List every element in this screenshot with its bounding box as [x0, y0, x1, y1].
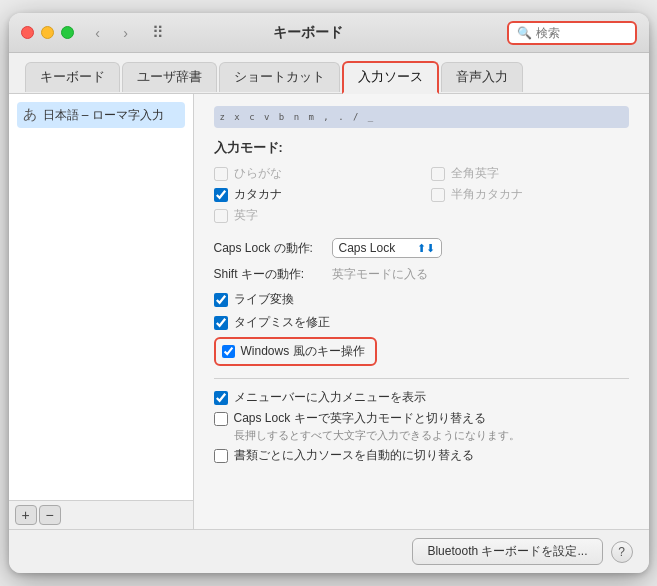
windows-keys-label: Windows 風のキー操作: [241, 343, 365, 360]
auto-switch-row[interactable]: 書類ごとに入力ソースを自動的に切り替える: [214, 447, 629, 464]
caps-lock-arrow-icon: ⬆⬇: [417, 242, 435, 255]
typo-correction-checkbox[interactable]: [214, 316, 228, 330]
caps-lock-label: Caps Lock の動作:: [214, 240, 324, 257]
katakana-label: カタカナ: [234, 186, 282, 203]
mode-half-katakana[interactable]: 半角カタカナ: [431, 186, 629, 203]
alpha-checkbox[interactable]: [214, 209, 228, 223]
tab-shortcuts[interactable]: ショートカット: [219, 62, 340, 92]
caps-lock-row: Caps Lock の動作: Caps Lock ⬆⬇: [214, 238, 629, 258]
help-button[interactable]: ?: [611, 541, 633, 563]
show-input-menu-label: メニューバーに入力メニューを表示: [234, 389, 426, 406]
caps-lock-select[interactable]: Caps Lock ⬆⬇: [332, 238, 442, 258]
typo-correction-label: タイプミスを修正: [234, 314, 330, 331]
toggle-options: ライブ変換 タイプミスを修正 Windows 風のキー操作: [214, 291, 629, 366]
bottom-checkboxes: メニューバーに入力メニューを表示 Caps Lock キーで英字入力モードと切り…: [214, 378, 629, 464]
sidebar-item-label: 日本語 – ローマ字入力: [43, 107, 164, 124]
alpha-label: 英字: [234, 207, 258, 224]
window-title: キーボード: [110, 24, 507, 42]
japanese-icon: あ: [23, 106, 37, 124]
mode-full-alpha[interactable]: 全角英字: [431, 165, 629, 182]
tab-keyboard[interactable]: キーボード: [25, 62, 120, 92]
minimize-button[interactable]: [41, 26, 54, 39]
input-mode-title: 入力モード:: [214, 140, 629, 157]
tabs-bar: キーボード ユーザ辞書 ショートカット 入力ソース 音声入力: [9, 53, 649, 94]
toggle-live-conversion[interactable]: ライブ変換: [214, 291, 629, 308]
content-area: あ 日本語 – ローマ字入力 + − z x c v b n m , . / _…: [9, 94, 649, 529]
toggle-windows-keys-wrapper: Windows 風のキー操作: [214, 337, 629, 366]
sidebar-wrapper: あ 日本語 – ローマ字入力 + −: [9, 94, 194, 529]
live-conversion-checkbox[interactable]: [214, 293, 228, 307]
keyboard-preview: z x c v b n m , . / _: [214, 106, 629, 128]
main-panel: z x c v b n m , . / _ 入力モード: ひらがな 全角英字 カ…: [194, 94, 649, 529]
shift-key-row: Shift キーの動作: 英字モードに入る: [214, 266, 629, 283]
tab-voice[interactable]: 音声入力: [441, 62, 523, 92]
mode-alpha[interactable]: 英字: [214, 207, 412, 224]
input-modes: ひらがな 全角英字 カタカナ 半角カタカナ 英字: [214, 165, 629, 224]
shift-key-value: 英字モードに入る: [332, 266, 428, 283]
half-katakana-label: 半角カタカナ: [451, 186, 523, 203]
windows-keys-highlighted[interactable]: Windows 風のキー操作: [214, 337, 377, 366]
caps-lock-toggle-checkbox[interactable]: [214, 412, 228, 426]
full-alpha-checkbox[interactable]: [431, 167, 445, 181]
bottom-bar: Bluetooth キーボードを設定... ?: [9, 529, 649, 573]
mode-hiragana[interactable]: ひらがな: [214, 165, 412, 182]
search-box[interactable]: 🔍: [507, 21, 637, 45]
close-button[interactable]: [21, 26, 34, 39]
search-icon: 🔍: [517, 26, 532, 40]
main-window: ‹ › ⠿ キーボード 🔍 キーボード ユーザ辞書 ショートカット 入力ソース …: [9, 13, 649, 573]
full-alpha-label: 全角英字: [451, 165, 499, 182]
windows-keys-checkbox[interactable]: [222, 345, 235, 358]
keyboard-preview-text: z x c v b n m , . / _: [220, 112, 376, 122]
tab-input-sources[interactable]: 入力ソース: [342, 61, 439, 94]
tab-user-dict[interactable]: ユーザ辞書: [122, 62, 217, 92]
add-input-source-button[interactable]: +: [15, 505, 37, 525]
search-input[interactable]: [536, 26, 627, 40]
half-katakana-checkbox[interactable]: [431, 188, 445, 202]
caps-lock-toggle-label: Caps Lock キーで英字入力モードと切り替える: [234, 410, 486, 427]
katakana-checkbox[interactable]: [214, 188, 228, 202]
caps-lock-value: Caps Lock: [339, 241, 396, 255]
bluetooth-keyboard-button[interactable]: Bluetooth キーボードを設定...: [412, 538, 602, 565]
sidebar-item-japanese-roman[interactable]: あ 日本語 – ローマ字入力: [17, 102, 185, 128]
sidebar: あ 日本語 – ローマ字入力: [9, 94, 193, 500]
caps-lock-note: 長押しするとすべて大文字で入力できるようになります。: [234, 429, 629, 443]
auto-switch-label: 書類ごとに入力ソースを自動的に切り替える: [234, 447, 474, 464]
maximize-button[interactable]: [61, 26, 74, 39]
auto-switch-checkbox[interactable]: [214, 449, 228, 463]
hiragana-label: ひらがな: [234, 165, 282, 182]
toggle-typo-correction[interactable]: タイプミスを修正: [214, 314, 629, 331]
show-input-menu-checkbox[interactable]: [214, 391, 228, 405]
titlebar: ‹ › ⠿ キーボード 🔍: [9, 13, 649, 53]
shift-key-label: Shift キーの動作:: [214, 266, 324, 283]
traffic-lights: [21, 26, 74, 39]
back-button[interactable]: ‹: [86, 22, 110, 44]
show-input-menu-row[interactable]: メニューバーに入力メニューを表示: [214, 389, 629, 406]
remove-input-source-button[interactable]: −: [39, 505, 61, 525]
live-conversion-label: ライブ変換: [234, 291, 294, 308]
hiragana-checkbox[interactable]: [214, 167, 228, 181]
caps-lock-toggle-row[interactable]: Caps Lock キーで英字入力モードと切り替える: [214, 410, 629, 427]
mode-katakana[interactable]: カタカナ: [214, 186, 412, 203]
sidebar-bottom: + −: [9, 500, 193, 529]
